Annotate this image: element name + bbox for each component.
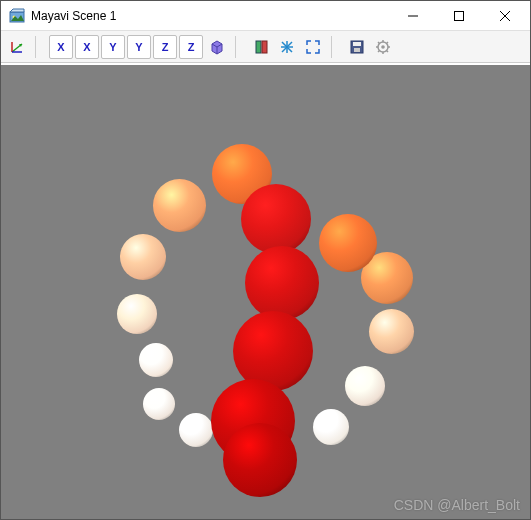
- sphere: [117, 294, 157, 334]
- maximize-button[interactable]: [436, 1, 482, 31]
- settings-icon[interactable]: [371, 35, 395, 59]
- sphere: [245, 246, 319, 320]
- toolbar-separator: [331, 36, 339, 58]
- svg-rect-5: [455, 11, 464, 20]
- toolbar-separator: [235, 36, 243, 58]
- view-axes-icon[interactable]: [5, 35, 29, 59]
- svg-marker-1: [10, 9, 24, 12]
- parallel-proj-icon[interactable]: [249, 35, 273, 59]
- isometric-icon[interactable]: [205, 35, 229, 59]
- sphere: [139, 343, 173, 377]
- svg-point-26: [381, 45, 385, 49]
- svg-line-33: [387, 42, 389, 44]
- app-icon: [9, 8, 25, 24]
- svg-line-32: [387, 50, 389, 52]
- sphere: [241, 184, 311, 254]
- sphere: [153, 179, 206, 232]
- sphere: [223, 423, 297, 497]
- view-y-plus-icon[interactable]: Y: [101, 35, 125, 59]
- svg-line-31: [378, 42, 380, 44]
- sphere: [319, 214, 377, 272]
- window-title: Mayavi Scene 1: [31, 9, 390, 23]
- svg-rect-24: [354, 48, 360, 52]
- 3d-viewport[interactable]: CSDN @Albert_Bolt: [1, 63, 530, 519]
- close-button[interactable]: [482, 1, 528, 31]
- fullscreen-icon[interactable]: [301, 35, 325, 59]
- minimize-button[interactable]: [390, 1, 436, 31]
- axes-indicator-icon[interactable]: [275, 35, 299, 59]
- svg-line-34: [378, 50, 380, 52]
- sphere: [369, 309, 414, 354]
- sphere: [120, 234, 166, 280]
- view-x-plus-icon[interactable]: X: [49, 35, 73, 59]
- view-z-plus-icon[interactable]: Z: [153, 35, 177, 59]
- svg-rect-17: [262, 41, 267, 53]
- view-x-minus-icon[interactable]: X: [75, 35, 99, 59]
- toolbar: X X Y Y Z Z: [1, 31, 530, 63]
- svg-rect-16: [256, 41, 261, 53]
- svg-rect-23: [353, 42, 361, 46]
- view-z-minus-icon[interactable]: Z: [179, 35, 203, 59]
- sphere: [313, 409, 349, 445]
- scene-canvas[interactable]: [7, 71, 524, 513]
- titlebar: Mayavi Scene 1: [1, 1, 530, 31]
- save-icon[interactable]: [345, 35, 369, 59]
- view-y-minus-icon[interactable]: Y: [127, 35, 151, 59]
- sphere: [179, 413, 213, 447]
- sphere: [143, 388, 175, 420]
- toolbar-separator: [35, 36, 43, 58]
- sphere: [345, 366, 385, 406]
